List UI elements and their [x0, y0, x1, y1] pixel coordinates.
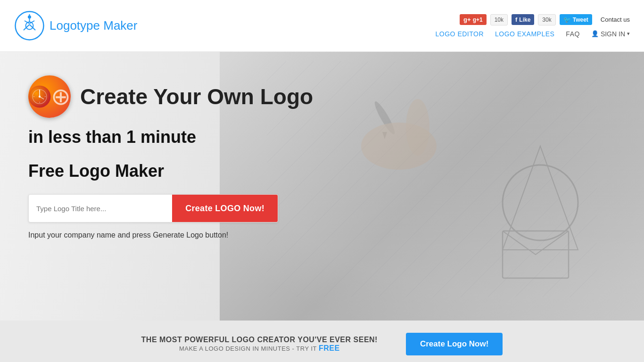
gplus-count: 10k	[490, 14, 508, 25]
hero-hint-text: Input your company name and press Genera…	[28, 231, 228, 239]
logo-examples-label: LOGO EXAMPLES	[495, 30, 554, 38]
nav-row: LOGO EDITOR LOGO EXAMPLES FAQ 👤 SIGN IN …	[436, 30, 630, 38]
social-row: g+ g+1 10k f Like 30k 🐦 Tweet Contact us	[460, 14, 630, 25]
contact-link[interactable]: Contact us	[601, 16, 630, 23]
svg-point-19	[39, 96, 41, 98]
hero-search-box: Create LOGO Now!	[28, 194, 278, 222]
hero-subtitle-text: in less than 1 minute	[28, 127, 196, 147]
hero-subtitle: in less than 1 minute	[28, 127, 616, 147]
tweet-label: Tweet	[573, 16, 588, 23]
logo-title-input[interactable]	[29, 195, 172, 222]
brand-name-part1: Logotype	[50, 18, 100, 33]
banner-text: THE MOST POWERFUL LOGO CREATOR YOU'VE EV…	[141, 336, 378, 353]
gplus-label: g+1	[473, 16, 483, 23]
banner-subtext: MAKE A LOGO DESIGN IN MINUTES - TRY IT F…	[141, 344, 378, 353]
gplus-button[interactable]: g+ g+1	[460, 14, 487, 25]
brand-logo[interactable]: Logotype Maker	[14, 10, 137, 41]
brand-icon	[14, 10, 45, 41]
header-right: g+ g+1 10k f Like 30k 🐦 Tweet Contact us…	[436, 14, 630, 38]
fb-count: 30k	[538, 14, 555, 25]
hero-title: Create Your Own Logo	[80, 84, 313, 109]
fb-label: Like	[519, 16, 530, 23]
hero-logo-svg	[28, 75, 51, 118]
nav-faq[interactable]: FAQ	[566, 30, 580, 38]
nav-logo-examples[interactable]: LOGO EXAMPLES	[495, 30, 554, 38]
free-logo-text: Free Logo Maker	[28, 161, 164, 181]
hero-content: Create Your Own Logo in less than 1 minu…	[0, 52, 644, 263]
create-logo-button[interactable]: Create LOGO Now!	[172, 195, 278, 222]
tweet-button[interactable]: 🐦 Tweet	[560, 14, 592, 25]
facebook-icon: f	[515, 16, 517, 23]
user-icon: 👤	[591, 30, 599, 37]
hero-title-text: Create Your Own Logo	[80, 84, 313, 109]
logo-editor-label: LOGO EDITOR	[436, 30, 484, 38]
header: Logotype Maker g+ g+1 10k f Like 30k 🐦 T…	[0, 0, 644, 52]
banner-free-word: FREE	[319, 344, 340, 352]
gplus-icon: g+	[463, 16, 471, 23]
banner-cta-button[interactable]: Create Logo Now!	[406, 333, 503, 355]
free-logo-label: Free Logo Maker	[28, 161, 616, 181]
contact-text: Contact us	[601, 16, 630, 23]
banner-cta-label: Create Logo Now!	[420, 339, 488, 348]
facebook-button[interactable]: f Like	[512, 14, 534, 25]
twitter-icon: 🐦	[563, 16, 571, 23]
hero-hint: Input your company name and press Genera…	[28, 231, 616, 239]
banner-headline-text: THE MOST POWERFUL LOGO CREATOR YOU'VE EV…	[141, 336, 378, 344]
hero-logo-icon	[28, 75, 71, 118]
brand-name-part2: Maker	[103, 18, 137, 33]
banner-headline: THE MOST POWERFUL LOGO CREATOR YOU'VE EV…	[141, 336, 378, 344]
chevron-down-icon: ▾	[627, 31, 630, 37]
banner-sub-text: MAKE A LOGO DESIGN IN MINUTES - TRY IT	[179, 345, 317, 352]
faq-label: FAQ	[566, 30, 580, 38]
brand-name: Logotype Maker	[50, 18, 137, 33]
svg-point-5	[28, 16, 31, 19]
banner-strip: THE MOST POWERFUL LOGO CREATOR YOU'VE EV…	[0, 321, 644, 362]
sign-in-label: SIGN IN	[601, 30, 625, 38]
hero-title-row: Create Your Own Logo	[28, 75, 616, 118]
nav-signin[interactable]: 👤 SIGN IN ▾	[591, 30, 630, 38]
create-logo-button-label: Create LOGO Now!	[185, 204, 264, 213]
hero-section: Create Your Own Logo in less than 1 minu…	[0, 52, 644, 321]
nav-logo-editor[interactable]: LOGO EDITOR	[436, 30, 484, 38]
